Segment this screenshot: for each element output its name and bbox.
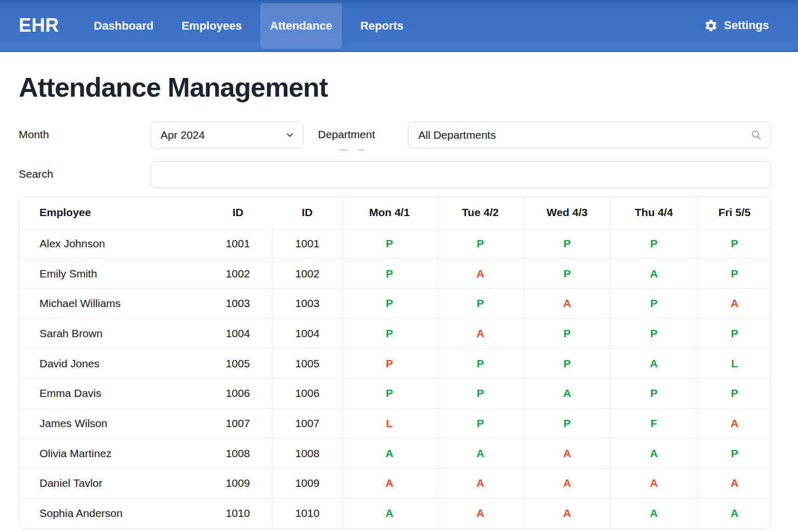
- attendance-status-cell[interactable]: A: [610, 469, 697, 499]
- attendance-status-cell[interactable]: P: [437, 408, 524, 438]
- attendance-status-cell[interactable]: A: [342, 498, 437, 528]
- attendance-status-cell[interactable]: A: [524, 378, 610, 408]
- search-label: Search: [19, 168, 54, 180]
- column-header-6: Thu 4/4: [610, 197, 697, 229]
- attendance-status-cell[interactable]: P: [342, 318, 437, 349]
- attendance-status-cell[interactable]: P: [524, 349, 610, 379]
- attendance-status-cell[interactable]: L: [342, 408, 437, 438]
- table-row: Emily Smith10021002PAPAP: [19, 259, 771, 289]
- attendance-status-cell[interactable]: P: [610, 318, 697, 349]
- employee-name-cell: Olivia Martinez: [19, 438, 203, 469]
- employee-id-cell: 1006: [203, 378, 273, 408]
- attendance-status-cell[interactable]: A: [342, 469, 437, 499]
- month-select[interactable]: Apr 2024: [151, 122, 303, 149]
- employee-id-cell: 1003: [273, 288, 342, 318]
- attendance-status-cell[interactable]: P: [524, 318, 610, 349]
- attendance-status-cell[interactable]: P: [697, 438, 771, 469]
- attendance-status-cell[interactable]: P: [342, 378, 437, 408]
- attendance-status-cell[interactable]: A: [524, 498, 610, 528]
- attendance-status-cell[interactable]: P: [697, 318, 771, 349]
- ghost-dash: [358, 149, 364, 151]
- table-header-row: EmployeeIDIDMon 4/1Tue 4/2Wed 4/3Thu 4/4…: [19, 197, 771, 229]
- column-header-4: Tue 4/2: [437, 197, 524, 229]
- attendance-status-cell[interactable]: P: [342, 259, 437, 289]
- attendance-status-cell[interactable]: P: [610, 229, 697, 259]
- attendance-status-cell[interactable]: A: [610, 438, 697, 469]
- attendance-status-cell[interactable]: P: [697, 259, 771, 289]
- attendance-status-cell[interactable]: P: [524, 408, 610, 438]
- gear-icon: [704, 19, 718, 33]
- attendance-status-cell[interactable]: P: [437, 229, 524, 259]
- table-row: Emma Davis10061006PPAPP: [19, 378, 771, 408]
- attendance-status-cell[interactable]: A: [437, 498, 524, 528]
- attendance-status-cell[interactable]: P: [524, 259, 610, 289]
- employee-id-cell: 1002: [273, 259, 342, 289]
- employee-name-cell: Daniel Tavlor: [19, 469, 203, 499]
- search-input[interactable]: [151, 162, 770, 188]
- attendance-status-cell[interactable]: A: [697, 498, 771, 528]
- ghost-dash: [339, 149, 348, 151]
- column-header-2: ID: [273, 197, 342, 229]
- department-search-field[interactable]: All Departments: [408, 122, 771, 149]
- attendance-status-cell[interactable]: A: [697, 469, 771, 499]
- top-navbar: EHR DashboardEmployeesAttendanceReports …: [0, 0, 798, 52]
- column-header-0: Employee: [19, 197, 203, 229]
- attendance-status-cell[interactable]: A: [342, 438, 437, 469]
- attendance-status-cell[interactable]: P: [342, 229, 437, 259]
- employee-name-cell: Alex Johnson: [19, 229, 203, 259]
- attendance-status-cell[interactable]: A: [610, 259, 697, 289]
- attendance-status-cell[interactable]: P: [437, 349, 524, 379]
- employee-id-cell: 1007: [273, 408, 342, 438]
- employee-id-cell: 1010: [203, 498, 273, 528]
- employee-name-cell: Michael Williams: [19, 288, 203, 318]
- employee-name-cell: James Wilson: [19, 408, 203, 438]
- attendance-status-cell[interactable]: A: [524, 438, 610, 469]
- table-row: Olivia Martinez10081008AAAAP: [19, 438, 771, 469]
- employee-id-cell: 1003: [203, 288, 273, 318]
- employee-id-cell: 1008: [203, 438, 273, 469]
- employee-id-cell: 1005: [203, 349, 273, 379]
- attendance-status-cell[interactable]: P: [697, 378, 771, 408]
- attendance-status-cell[interactable]: P: [437, 288, 524, 318]
- table-row: Michael Williams10031003PPAPA: [19, 288, 771, 318]
- attendance-status-cell[interactable]: A: [437, 259, 524, 289]
- attendance-status-cell[interactable]: A: [437, 438, 524, 469]
- attendance-status-cell[interactable]: P: [524, 229, 610, 259]
- employee-name-cell: Sarah Brown: [19, 318, 203, 349]
- employee-id-cell: 1006: [273, 378, 342, 408]
- employee-name-cell: Emma Davis: [19, 378, 203, 408]
- attendance-status-cell[interactable]: A: [437, 469, 524, 499]
- settings-button[interactable]: Settings: [704, 19, 769, 33]
- column-header-7: Fri 5/5: [697, 197, 771, 229]
- attendance-status-cell[interactable]: A: [610, 349, 697, 379]
- attendance-status-cell[interactable]: A: [524, 288, 610, 318]
- attendance-status-cell[interactable]: L: [697, 349, 771, 379]
- employee-id-cell: 1004: [203, 318, 273, 349]
- nav-item-attendance[interactable]: Attendance: [260, 3, 342, 49]
- attendance-status-cell[interactable]: P: [437, 378, 524, 408]
- department-label: Department: [318, 128, 375, 141]
- attendance-status-cell[interactable]: P: [610, 378, 697, 408]
- nav-item-dashboard[interactable]: Dashboard: [84, 3, 164, 49]
- attendance-status-cell[interactable]: P: [342, 288, 437, 318]
- table-row: David Jones10051005PPPAL: [19, 349, 771, 379]
- attendance-status-cell[interactable]: P: [610, 288, 697, 318]
- nav-item-employees[interactable]: Employees: [171, 3, 251, 49]
- employee-id-cell: 1002: [203, 259, 273, 289]
- nav-item-reports[interactable]: Reports: [350, 3, 413, 49]
- attendance-status-cell[interactable]: A: [697, 288, 771, 318]
- attendance-status-cell[interactable]: F: [610, 408, 697, 438]
- table-row: James Wilson10071007LPPFA: [19, 408, 771, 438]
- employee-id-cell: 1007: [203, 408, 273, 438]
- attendance-status-cell[interactable]: A: [524, 469, 610, 499]
- employee-id-cell: 1008: [273, 438, 342, 469]
- search-field[interactable]: [151, 161, 771, 188]
- employee-id-cell: 1005: [273, 349, 342, 379]
- attendance-status-cell[interactable]: P: [697, 229, 771, 259]
- table-row: Sophia Anderson10101010AAAAA: [19, 498, 771, 528]
- attendance-status-cell[interactable]: P: [342, 349, 437, 379]
- attendance-status-cell[interactable]: A: [697, 408, 771, 438]
- nav-menu: DashboardEmployeesAttendanceReports: [84, 0, 414, 51]
- attendance-status-cell[interactable]: A: [437, 318, 524, 349]
- attendance-status-cell[interactable]: A: [610, 498, 697, 528]
